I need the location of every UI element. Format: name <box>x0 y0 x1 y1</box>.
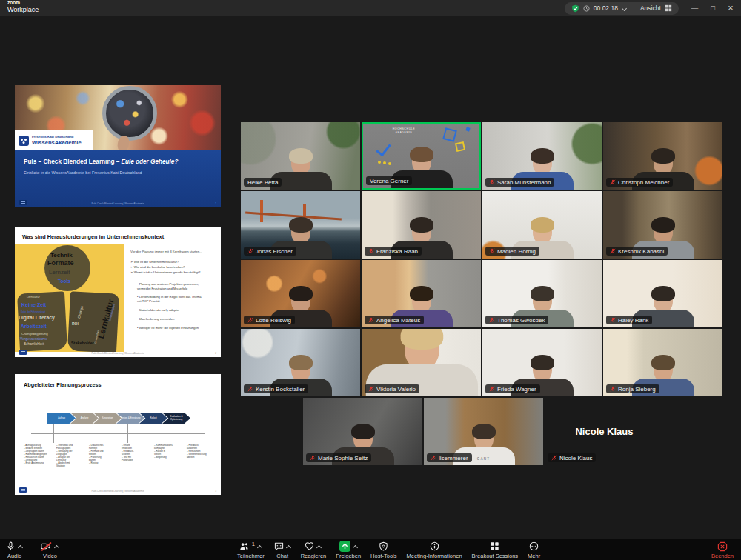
participant-nameplate: Sarah Münstermann <box>485 178 554 187</box>
participant-tile-franziska-raab[interactable]: Franziska Raab <box>362 191 481 259</box>
breakout-sessions-button[interactable]: Breakout Sessions <box>472 541 519 559</box>
cloud-word: ROI <box>72 322 79 326</box>
participant-tile-heike-betta[interactable]: Heike Betta <box>241 122 360 190</box>
minimize-button[interactable]: — <box>691 4 699 12</box>
view-button-label[interactable]: Ansicht <box>640 4 661 12</box>
logo-name: WissensAkademie <box>32 139 82 146</box>
breakout-grid-icon <box>490 541 499 551</box>
muted-mic-icon <box>368 248 374 254</box>
chevron-down-icon[interactable] <box>622 6 627 11</box>
participant-nameplate: Lotte Reiswig <box>244 316 295 324</box>
muted-mic-icon <box>368 386 374 392</box>
participant-nameplate: Madlen Hörnig <box>485 247 539 256</box>
close-button[interactable]: ✕ <box>728 4 734 12</box>
chevron-up-icon[interactable] <box>316 544 322 549</box>
maximize-button[interactable]: □ <box>711 4 715 12</box>
cloud-word: Formate <box>47 260 74 267</box>
magnifying-glass-graphic <box>102 86 157 141</box>
chevron-up-icon[interactable] <box>257 544 262 549</box>
footer-logo-mark <box>19 487 27 493</box>
participant-tile-angelica-mateus[interactable]: Angelica Mateus <box>362 260 481 327</box>
chevron-up-icon[interactable] <box>18 544 23 549</box>
cloud-word: Rolle der Führungskraft <box>21 311 45 313</box>
end-meeting-icon <box>717 541 728 552</box>
chat-button[interactable]: Chat <box>274 541 291 559</box>
participant-tile-thomas-gwosdek[interactable]: Thomas Gwosdek <box>482 260 602 327</box>
participant-tile-sarah-muenstermann[interactable]: Sarah Münstermann <box>482 122 602 190</box>
video-label: Video <box>43 553 57 559</box>
reactions-button[interactable]: Reagieren <box>301 541 327 559</box>
cloud-word: Lernkultur <box>27 296 40 299</box>
muted-mic-icon <box>489 386 495 392</box>
participant-tile-lisemmerer[interactable]: GANT lisemmerer <box>424 398 543 465</box>
timeline-tick <box>127 424 128 443</box>
background-logo-text: HOCHSCHULE AKADEMIE <box>370 127 437 136</box>
wissensakademie-logo: Fresenius Kabi Deutschland WissensAkadem… <box>15 130 93 150</box>
chevron-up-icon[interactable] <box>54 544 59 549</box>
participant-tile-kreshnik-kabashi[interactable]: Kreshnik Kabashi <box>603 191 722 259</box>
cloud-word: Stakeholder <box>71 341 94 345</box>
brand-workplace: Workplace <box>7 7 39 13</box>
slide1-subtitle: Einblicke in die WissensAkademie bei Fre… <box>24 170 212 175</box>
participant-nameplate: Kerstin Bockstaller <box>244 384 308 393</box>
gallery-view-icon <box>665 4 672 12</box>
chat-icon <box>274 541 284 551</box>
more-button[interactable]: Mehr <box>528 541 540 559</box>
brand-zoom: zoom <box>7 1 39 6</box>
slide2-text-panel: Vor der Planung immer mit 3 Kernfragen s… <box>130 250 216 350</box>
meeting-status-pill[interactable]: 00:02:18 Ansicht <box>565 2 679 15</box>
cloud-word: Arbeitszeit <box>21 324 47 330</box>
muted-mic-icon <box>610 317 616 323</box>
participant-tile-madlen-hoernig[interactable]: Madlen Hörnig <box>482 191 602 259</box>
audio-button[interactable]: Audio <box>6 541 23 559</box>
participant-nameplate: Verena Gerner <box>366 176 412 185</box>
share-screen-button[interactable]: Freigeben <box>336 541 361 559</box>
meeting-info-button[interactable]: Meeting-Informationen <box>407 541 462 559</box>
participant-tile-kerstin-bockstaller[interactable]: Kerstin Bockstaller <box>241 329 360 396</box>
slide3-title: Abgeleiteter Planungsprozess <box>24 381 212 388</box>
info-icon <box>430 541 439 551</box>
participants-label: Teilnehmer <box>237 553 265 559</box>
leave-meeting-button[interactable]: Beenden <box>711 541 734 559</box>
participant-tile-christoph-melchner[interactable]: Christoph Melchner <box>603 122 722 190</box>
participant-count: 1 <box>252 541 255 547</box>
chevron-up-icon[interactable] <box>286 544 291 549</box>
participant-tile-viktoria-valerio[interactable]: Viktoria Valerio <box>362 329 481 396</box>
participant-tile-lotte-reiswig[interactable]: Lotte Reiswig <box>241 260 360 327</box>
muted-mic-icon <box>610 386 616 392</box>
slide-thumbnail-2: Was sind Herausforderungen im Unternehme… <box>15 227 221 357</box>
participant-tile-verena-gerner[interactable]: HOCHSCHULE AKADEMIE Verena Gerner <box>362 122 481 190</box>
slide1-footer: Puls-Check Blended Learning | WissensAka… <box>37 202 199 205</box>
slide1-title-italic: Eule oder Geheule? <box>119 159 178 165</box>
logo-mark-icon <box>19 136 29 146</box>
participant-tile-haley-rank[interactable]: Haley Rank <box>603 260 722 327</box>
participant-nameplate: Jonas Fischer <box>244 247 296 256</box>
slide2-bullets: • Planung aus anderen Projekten gewonnen… <box>137 282 216 330</box>
footer-logo-mark <box>19 200 27 205</box>
participant-tile-ronja-sieberg[interactable]: Ronja Sieberg <box>603 329 722 396</box>
slide2-intro: Vor der Planung immer mit 3 Kernfragen s… <box>130 250 216 253</box>
participant-nameplate: Nicole Klaus <box>548 453 596 462</box>
slide1-title-bold: Puls – Check Blended Learning – <box>24 159 119 165</box>
participant-nameplate: Kreshnik Kabashi <box>606 247 668 256</box>
participant-tile-nicole-klaus[interactable]: Nicole Klaus Nicole Klaus <box>545 398 664 465</box>
process-step-label: Rollout <box>150 417 156 419</box>
participants-button[interactable]: 1 Teilnehmer <box>237 541 265 559</box>
participant-nameplate: Haley Rank <box>606 316 652 324</box>
titlebar: zoom Workplace 00:02:18 Ansicht — □ ✕ <box>0 0 741 16</box>
muted-mic-icon <box>247 386 253 392</box>
participant-tile-marie-sophie-seitz[interactable]: Marie Sophie Seitz <box>303 398 422 465</box>
video-button[interactable]: Video <box>41 541 59 559</box>
participant-tile-frieda-wagner[interactable]: Frieda Wagner <box>482 329 602 396</box>
zoom-workplace-logo: zoom Workplace <box>7 1 39 13</box>
chevron-up-icon[interactable] <box>353 544 358 549</box>
muted-mic-icon <box>247 317 253 323</box>
participant-nameplate: Christoph Melchner <box>606 178 673 187</box>
participant-nameplate: Viktoria Valerio <box>365 384 419 393</box>
host-tools-button[interactable]: Host-Tools <box>370 541 396 559</box>
muted-mic-icon <box>489 317 495 323</box>
participant-tile-jonas-fischer[interactable]: Jonas Fischer <box>241 191 360 259</box>
participant-nameplate: Ronja Sieberg <box>606 384 659 393</box>
slide3-page-number: 3 <box>215 490 216 493</box>
process-step-label: Konzeption <box>102 417 113 419</box>
